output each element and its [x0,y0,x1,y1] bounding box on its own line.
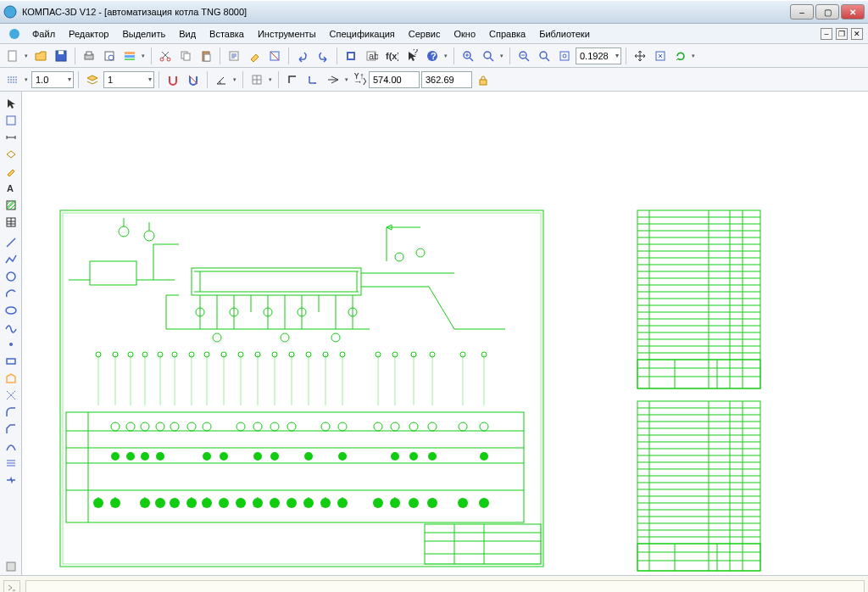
rebuild-button[interactable] [671,47,690,65]
layer-combo[interactable]: 1▾ [103,71,154,88]
tool-equidistant[interactable] [2,455,20,472]
rebuild-dropdown[interactable]: ▾ [690,47,698,65]
pan-button[interactable] [631,47,649,65]
coord-y-field[interactable]: 362.69 [421,71,472,88]
close-button[interactable]: ✕ [841,4,865,20]
zoom-window-button[interactable] [459,47,477,65]
menu-spec[interactable]: Спецификация [325,27,400,41]
maximize-button[interactable]: ▢ [815,4,839,20]
svg-point-136 [409,498,419,508]
layers-button[interactable] [83,70,102,89]
print-button[interactable] [80,47,98,65]
doc-close-button[interactable]: ✕ [851,28,863,40]
menu-tools[interactable]: Инструменты [253,27,321,41]
tool-geometry[interactable] [2,112,20,129]
paste-button[interactable] [197,47,215,65]
coords-mode-button[interactable] [324,70,342,89]
menu-editor[interactable]: Редактор [64,27,114,41]
properties-button[interactable] [225,47,243,65]
grid-dropdown[interactable]: ▾ [266,70,274,89]
minimize-button[interactable]: – [790,4,814,20]
tool-chamfer[interactable] [2,421,20,438]
menu-help[interactable]: Справка [484,27,531,41]
zoom-scale-dropdown[interactable]: ▾ [498,47,505,65]
zoom-next-button[interactable] [535,47,554,65]
lineweight-combo[interactable]: 1.0▾ [31,71,74,88]
svg-point-62 [416,249,425,257]
tool-library[interactable] [2,558,20,575]
tool-line[interactable] [2,234,20,251]
zoom-scale-button[interactable] [479,47,498,65]
zoom-fit-button[interactable] [555,47,574,65]
zoom-combo[interactable]: 0.1928▾ [576,47,621,64]
tool-table[interactable] [2,214,20,231]
ortho-button[interactable] [283,70,302,89]
help-dropdown[interactable]: ▾ [442,47,449,65]
paint-button[interactable] [245,47,264,65]
magnet-off-button[interactable] [184,70,203,89]
coords-mode-dropdown[interactable]: ▾ [342,70,350,89]
tool-ellipse[interactable] [2,302,20,319]
menu-select[interactable]: Выделить [117,27,170,41]
tool-spline[interactable] [2,319,20,336]
tool-hatch[interactable] [2,197,20,214]
help-button[interactable]: ? [423,47,442,65]
magnet-on-button[interactable] [164,70,182,89]
tool-rect[interactable] [2,353,20,370]
print-preview-button[interactable] [100,47,119,65]
lock-button[interactable] [474,70,492,89]
angle-snap-button[interactable] [212,70,231,89]
tool-break[interactable] [2,472,20,489]
doc-minimize-button[interactable]: – [821,28,832,40]
spec-button[interactable] [120,47,139,65]
tool-select[interactable] [2,95,20,112]
grid-button[interactable] [248,70,266,89]
menu-window[interactable]: Окно [448,27,481,41]
linestyle-dropdown[interactable]: ▾ [22,70,30,89]
tool-arc[interactable] [2,285,20,302]
undo-button[interactable] [293,47,312,65]
tool-edit[interactable] [2,163,20,180]
tool-aux[interactable] [2,387,20,404]
save-button[interactable] [52,47,70,65]
tool-point[interactable] [2,336,20,353]
menu-libraries[interactable]: Библиотеки [534,27,595,41]
cut-button[interactable] [156,47,175,65]
ucs-button[interactable] [303,70,322,89]
doc-restore-button[interactable]: ❐ [836,28,848,40]
refresh-button[interactable] [651,47,670,65]
command-input[interactable] [25,580,865,593]
tool-curve[interactable] [2,438,20,455]
tool-symbol[interactable] [2,146,20,163]
tool-dimension[interactable] [2,129,20,146]
zoom-prev-button[interactable] [515,47,533,65]
app-menu-icon[interactable] [5,25,24,43]
drawing-canvas[interactable] [22,92,868,575]
select-arrow-button[interactable]: ? [403,47,421,65]
new-dropdown[interactable]: ▾ [22,47,30,65]
open-button[interactable] [31,47,50,65]
copy-button[interactable] [176,47,195,65]
variables-button[interactable]: ab [362,47,381,65]
linestyle-button[interactable] [3,70,22,89]
tool-fillet[interactable] [2,404,20,421]
coord-x-field[interactable]: 574.00 [369,71,420,88]
tool-text[interactable]: A [2,180,20,197]
menu-insert[interactable]: Вставка [204,27,249,41]
library-button[interactable] [342,47,360,65]
svg-rect-9 [125,52,135,54]
spec-dropdown[interactable]: ▾ [139,47,147,65]
tool-polyline[interactable] [2,251,20,268]
new-button[interactable] [3,47,22,65]
svg-point-138 [458,498,468,508]
angle-snap-dropdown[interactable]: ▾ [231,70,238,89]
tool-circle[interactable] [2,268,20,285]
fx-button[interactable]: f(x) [382,47,401,65]
redo-button[interactable] [314,47,332,65]
property-toolbar: ▾ 1.0▾ 1▾ ▾ ▾ ▾ Y↑→X 574.00 362.69 [0,68,868,92]
menu-view[interactable]: Вид [174,27,201,41]
menu-service[interactable]: Сервис [403,27,446,41]
show-hide-button[interactable] [265,47,284,65]
menu-file[interactable]: Файл [27,27,60,41]
tool-contour[interactable] [2,370,20,387]
